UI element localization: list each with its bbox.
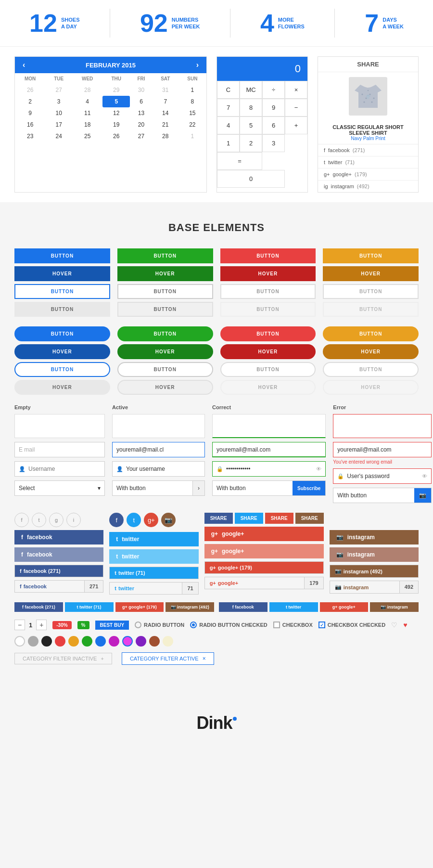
form-camera-input[interactable]: [333, 488, 414, 503]
btn-red-round-outline[interactable]: BUTTON: [220, 362, 316, 377]
share-googleplus[interactable]: g+ google+ (179): [318, 168, 418, 180]
ig-btn-dark[interactable]: 📷 instagram: [330, 530, 419, 544]
checkbox-checked[interactable]: ✓ Checkbox checked: [318, 622, 385, 628]
form-email-error[interactable]: [333, 442, 432, 457]
swatch-orange[interactable]: [68, 636, 79, 647]
calc-btn-minus[interactable]: −: [285, 99, 307, 117]
swatch-gray[interactable]: [28, 636, 38, 647]
form-subscribe-input[interactable]: [213, 481, 293, 495]
swatch-brown[interactable]: [149, 636, 160, 647]
tw-btn-dark[interactable]: t twitter: [109, 532, 198, 546]
swatch-cream[interactable]: [163, 636, 173, 647]
calc-btn-2[interactable]: 2: [240, 134, 262, 152]
btn-green-filled[interactable]: BUTTON: [117, 248, 213, 263]
btn-green-outline[interactable]: BUTTON: [117, 284, 213, 299]
calendar-next[interactable]: ›: [192, 61, 203, 69]
cal-day[interactable]: 29: [102, 84, 130, 96]
sbar-ig-1[interactable]: 📷 instagram (492): [166, 602, 214, 612]
ig-count-outline[interactable]: 📷 instagram 492: [330, 581, 419, 594]
cal-day[interactable]: 30: [130, 84, 153, 96]
btn-blue-round-outline[interactable]: BUTTON: [14, 362, 110, 377]
radio-button-checked[interactable]: RADIO BUTTON CHECKED: [190, 622, 267, 628]
checkbox-unchecked[interactable]: Checkbox: [273, 622, 313, 628]
cal-day[interactable]: 8: [178, 96, 206, 107]
heart-outline-icon[interactable]: ♡: [391, 621, 397, 629]
stepper-minus[interactable]: −: [14, 620, 25, 630]
ig-filled-circle[interactable]: 📷: [161, 513, 176, 527]
cal-day[interactable]: 27: [130, 130, 153, 142]
ig-circle-outline[interactable]: i: [66, 513, 81, 527]
heart-filled-icon[interactable]: ♥: [403, 621, 407, 629]
cal-day[interactable]: 22: [178, 119, 206, 130]
stepper-plus[interactable]: +: [36, 620, 47, 630]
calc-btn-5[interactable]: 5: [240, 117, 262, 134]
ig-count-btn[interactable]: 📷 instagram (492): [330, 565, 419, 578]
tw-count-outline[interactable]: t twitter 71: [109, 582, 198, 595]
filter-active[interactable]: CATEGORY FILTER ACTIVE ×: [122, 652, 214, 665]
btn-red-round-ghost[interactable]: HOVER: [220, 380, 316, 395]
btn-red-ghost[interactable]: BUTTON: [220, 302, 316, 317]
cal-day[interactable]: 23: [15, 130, 45, 142]
btn-red-round-filled[interactable]: BUTTON: [220, 326, 316, 341]
fb-count-btn[interactable]: f facebook (271): [14, 565, 103, 577]
btn-green-round-hover[interactable]: HOVER: [117, 344, 213, 359]
btn-blue-hover[interactable]: HOVER: [14, 266, 110, 281]
swatch-violet[interactable]: [136, 636, 146, 647]
form-email-empty[interactable]: [14, 442, 105, 457]
cal-day[interactable]: 12: [102, 107, 130, 119]
swatch-black[interactable]: [41, 636, 52, 647]
btn-blue-round-hover[interactable]: HOVER: [14, 344, 110, 359]
btn-orange-hover[interactable]: HOVER: [323, 266, 419, 281]
btn-orange-ghost[interactable]: BUTTON: [323, 302, 419, 317]
btn-blue-ghost[interactable]: BUTTON: [14, 302, 110, 317]
swatch-purple[interactable]: [109, 636, 119, 647]
camera-button[interactable]: 📷: [414, 488, 431, 503]
btn-orange-round-filled[interactable]: BUTTON: [323, 326, 419, 341]
gp-filled-circle[interactable]: g+: [144, 513, 158, 527]
cal-day[interactable]: 2: [15, 96, 45, 107]
form-password-input-error[interactable]: [347, 473, 419, 479]
btn-green-hover[interactable]: HOVER: [117, 266, 213, 281]
gp-btn-dark[interactable]: g+ google+: [204, 527, 324, 541]
btn-red-hover[interactable]: HOVER: [220, 266, 316, 281]
cal-day[interactable]: 4: [72, 96, 102, 107]
swatch-red[interactable]: [55, 636, 65, 647]
cal-day[interactable]: 26: [15, 84, 45, 96]
sbar-fb-1[interactable]: f facebook (271): [14, 602, 63, 612]
sbar-gp-1[interactable]: g+ google+ (179): [115, 602, 164, 612]
cal-day[interactable]: 6: [130, 96, 153, 107]
btn-green-round-outline[interactable]: BUTTON: [117, 362, 213, 377]
cal-day[interactable]: 21: [153, 119, 178, 130]
btn-green-round-filled[interactable]: BUTTON: [117, 326, 213, 341]
cal-day[interactable]: 3: [45, 96, 72, 107]
cal-day[interactable]: 18: [72, 119, 102, 130]
share-facebook[interactable]: f facebook (271): [318, 144, 418, 156]
gp-btn-light[interactable]: g+ google+: [204, 544, 324, 558]
cal-day[interactable]: 9: [15, 107, 45, 119]
form-email-active[interactable]: [112, 442, 205, 457]
cal-day[interactable]: 26: [102, 130, 130, 142]
cal-day[interactable]: 17: [45, 119, 72, 130]
tw-count-btn[interactable]: t twitter (71): [109, 567, 198, 579]
cal-day[interactable]: 28: [72, 84, 102, 96]
btn-orange-outline[interactable]: BUTTON: [323, 284, 419, 299]
share-btn-fb[interactable]: SHARE: [204, 513, 233, 524]
cal-day[interactable]: 20: [130, 119, 153, 130]
cal-day[interactable]: 1: [178, 84, 206, 96]
form-username-input-active[interactable]: [126, 466, 201, 472]
form-select-empty[interactable]: Select ▾: [14, 480, 105, 496]
swatch-pink-selected[interactable]: [122, 636, 133, 647]
cal-day-selected[interactable]: 5: [102, 96, 130, 107]
calc-btn-0[interactable]: 0: [217, 170, 285, 188]
calc-btn-4[interactable]: 4: [217, 117, 240, 134]
cal-day[interactable]: 10: [45, 107, 72, 119]
sbar-ig-2[interactable]: 📷 instagram: [370, 602, 419, 612]
tw-circle-outline[interactable]: t: [32, 513, 46, 527]
calc-btn-7[interactable]: 7: [217, 99, 240, 117]
btn-orange-round-hover[interactable]: HOVER: [323, 344, 419, 359]
tw-filled-circle[interactable]: t: [127, 513, 141, 527]
fb-filled-circle[interactable]: f: [109, 513, 124, 527]
cal-day[interactable]: 7: [153, 96, 178, 107]
btn-blue-filled[interactable]: BUTTON: [14, 248, 110, 263]
cal-day[interactable]: 1: [178, 130, 206, 142]
